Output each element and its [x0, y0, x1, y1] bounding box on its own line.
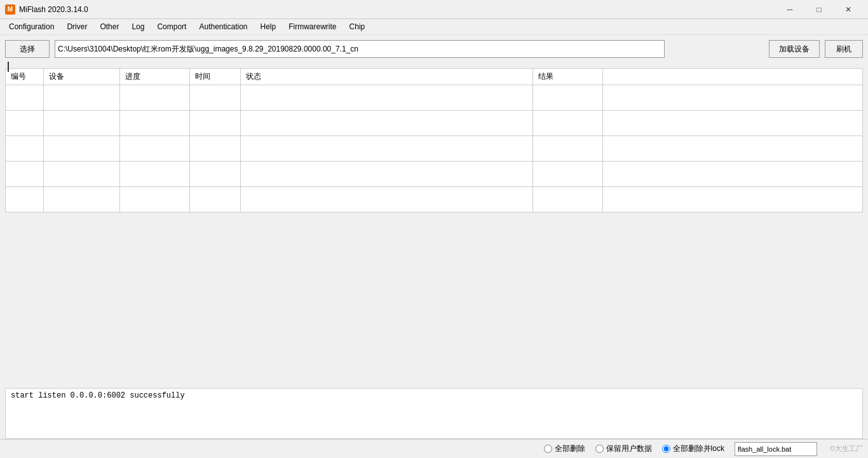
cell-device: [44, 187, 120, 212]
cell-extra: [603, 111, 863, 136]
cell-num: [6, 85, 44, 111]
cell-status: [241, 162, 533, 187]
cell-time: [190, 162, 241, 187]
bottom-bar: 全部删除 保留用户数据 全部删除并lock ©大生工厂: [0, 439, 868, 458]
cell-device: [44, 85, 120, 111]
col-header-progress: 进度: [120, 69, 190, 85]
table-row: [6, 111, 863, 136]
cell-result: [533, 187, 603, 212]
toolbar: 选择 加载设备 刷机: [5, 40, 863, 58]
table-container: 编号 设备 进度 时间 状态 结果: [5, 68, 863, 227]
menu-other[interactable]: Other: [93, 20, 125, 34]
cell-time: [190, 136, 241, 162]
radio-delete-lock-label: 全部删除并lock: [673, 443, 724, 454]
radio-delete-lock[interactable]: [662, 445, 670, 453]
cell-status: [241, 136, 533, 162]
flash-button[interactable]: 刷机: [825, 40, 863, 58]
progress-cursor: [8, 62, 9, 72]
radio-group-delete-all: 全部删除: [544, 443, 585, 454]
cell-progress: [120, 187, 190, 212]
table-row: [6, 187, 863, 212]
cell-status: [241, 85, 533, 111]
device-table: 编号 设备 进度 时间 状态 结果: [5, 68, 863, 212]
load-device-button[interactable]: 加载设备: [769, 40, 820, 58]
window-controls: ─ □ ✕: [775, 0, 863, 19]
cell-num: [6, 187, 44, 212]
maximize-button[interactable]: □: [804, 0, 834, 19]
menu-chip[interactable]: Chip: [343, 20, 372, 34]
table-row: [6, 136, 863, 162]
cell-extra: [603, 136, 863, 162]
col-header-result: 结果: [533, 69, 603, 85]
cell-device: [44, 111, 120, 136]
main-content: 选择 加载设备 刷机 编号 设备 进度 时间 状态 结果: [0, 35, 868, 232]
menu-authentication[interactable]: Authentication: [193, 20, 254, 34]
menu-comport[interactable]: Comport: [151, 20, 193, 34]
table-row: [6, 162, 863, 187]
log-content: start listen 0.0.0.0:6002 successfully: [11, 391, 185, 400]
watermark: ©大生工厂: [830, 444, 863, 454]
close-button[interactable]: ✕: [834, 0, 863, 19]
menu-bar: Configuration Driver Other Log Comport A…: [0, 19, 868, 35]
cell-extra: [603, 85, 863, 111]
minimize-button[interactable]: ─: [775, 0, 804, 19]
cell-device: [44, 162, 120, 187]
radio-delete-all-label: 全部删除: [555, 443, 585, 454]
cell-result: [533, 136, 603, 162]
col-header-extra: [603, 69, 863, 85]
col-header-time: 时间: [190, 69, 241, 85]
flash-mode-input[interactable]: [735, 442, 817, 456]
app-icon: M: [5, 4, 15, 15]
radio-keep-data[interactable]: [595, 445, 604, 453]
cell-status: [241, 187, 533, 212]
cell-time: [190, 111, 241, 136]
radio-delete-all[interactable]: [544, 445, 552, 453]
title-text: MiFlash 2020.3.14.0: [19, 5, 88, 14]
cell-progress: [120, 111, 190, 136]
col-header-status: 状态: [241, 69, 533, 85]
col-header-device: 设备: [44, 69, 120, 85]
cell-num: [6, 111, 44, 136]
radio-keep-data-label: 保留用户数据: [606, 443, 652, 454]
menu-driver[interactable]: Driver: [60, 20, 93, 34]
cell-progress: [120, 162, 190, 187]
cell-device: [44, 136, 120, 162]
cell-time: [190, 187, 241, 212]
table-row: [6, 85, 863, 111]
menu-log[interactable]: Log: [125, 20, 151, 34]
cell-progress: [120, 136, 190, 162]
cell-extra: [603, 162, 863, 187]
radio-group-delete-lock: 全部删除并lock: [662, 443, 724, 454]
cell-result: [533, 162, 603, 187]
cell-num: [6, 162, 44, 187]
log-area: start listen 0.0.0.0:6002 successfully: [5, 388, 863, 439]
cell-result: [533, 111, 603, 136]
cell-result: [533, 85, 603, 111]
title-bar: M MiFlash 2020.3.14.0 ─ □ ✕: [0, 0, 868, 19]
select-button[interactable]: 选择: [5, 40, 50, 58]
menu-help[interactable]: Help: [254, 20, 283, 34]
cell-extra: [603, 187, 863, 212]
title-left: M MiFlash 2020.3.14.0: [5, 4, 88, 15]
path-input[interactable]: [55, 40, 665, 58]
cell-progress: [120, 85, 190, 111]
menu-configuration[interactable]: Configuration: [3, 20, 60, 34]
cell-num: [6, 136, 44, 162]
col-header-num: 编号: [6, 69, 44, 85]
progress-area: [5, 62, 863, 66]
menu-firmwarewrite[interactable]: Firmwarewrite: [282, 20, 342, 34]
radio-group-keep-data: 保留用户数据: [595, 443, 652, 454]
cell-status: [241, 111, 533, 136]
cell-time: [190, 85, 241, 111]
